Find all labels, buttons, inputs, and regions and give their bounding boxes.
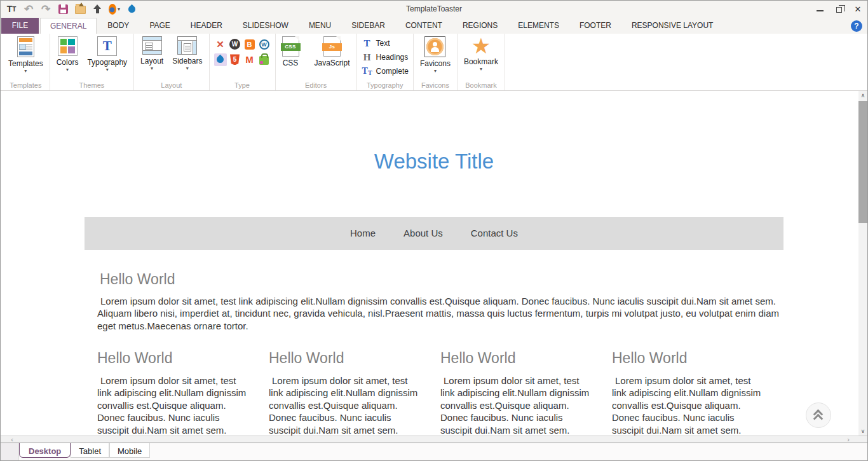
browser-preview-button[interactable]: ▾ [109,3,120,15]
bookmark-button[interactable]: ★ Bookmark ▾ [462,36,500,72]
column-heading[interactable]: Hello World [97,350,252,367]
favicons-icon [424,36,445,57]
tab-general[interactable]: GENERAL [40,18,97,34]
platform-magento[interactable]: M [243,53,256,66]
drupal-icon [215,55,226,65]
platform-html5[interactable]: 5 [229,53,241,66]
bookmark-star-icon: ★ [471,36,491,55]
templates-icon [17,36,34,57]
tab-responsive-layout[interactable]: RESPONSIVE LAYOUT [622,18,722,34]
app-logo-icon: TT [6,3,17,15]
column-heading[interactable]: Hello World [440,350,595,367]
typography-theme-button[interactable]: T Typography ▾ [85,36,129,73]
tab-menu[interactable]: MENU [299,18,341,34]
save-button[interactable] [57,3,69,15]
site-menubar: Home About Us Contact Us [85,217,783,250]
tab-footer[interactable]: FOOTER [570,18,621,34]
favicons-button[interactable]: Favicons ▾ [418,36,452,74]
typography-options: T Text H Headings TT Complete [362,38,409,76]
javascript-editor-button[interactable]: Js JavaScript [313,36,352,68]
tab-header[interactable]: HEADER [181,18,232,34]
platform-blogger[interactable]: B [243,38,256,51]
typography-complete-button[interactable]: TT Complete [362,66,409,76]
export-button[interactable] [92,3,103,15]
device-tab-mobile[interactable]: Mobile [109,443,150,458]
typography-text-button[interactable]: T Text [362,38,409,49]
scroll-down-arrow-icon[interactable]: ∨ [858,426,867,436]
close-button[interactable]: ✕ [848,1,867,18]
help-button[interactable]: ? [851,20,862,32]
platform-wordpress[interactable]: W [229,38,241,51]
ribbon-group-type: ✕ W B W 5 M Type [210,34,276,90]
upload-arrow-icon [93,4,101,13]
tab-body[interactable]: BODY [98,18,139,34]
platform-drupal-selected[interactable] [214,53,227,66]
column-heading[interactable]: Hello World [612,350,766,367]
ribbon-group-favicons: Favicons ▾ Favicons [414,34,458,90]
menu-item-contact-us[interactable]: Contact Us [471,228,518,238]
vertical-scrollbar-thumb[interactable] [858,101,867,223]
device-tab-tablet[interactable]: Tablet [71,443,109,458]
drupal-quick-button[interactable] [126,3,137,15]
content-heading[interactable]: Hello World [85,271,783,288]
platform-prestashop[interactable] [258,53,271,66]
undo-button[interactable]: ↶ [23,3,34,15]
restore-button[interactable] [829,1,848,18]
column-paragraph[interactable]: Lorem ipsum dolor sit amet, test link ad… [440,375,595,436]
menu-item-about-us[interactable]: About Us [403,228,443,238]
dropdown-caret-icon[interactable]: ▾ [118,6,120,12]
platform-joomla[interactable]: ✕ [214,38,227,51]
scroll-to-top-button[interactable] [806,403,831,428]
tab-elements[interactable]: ELEMENTS [508,18,569,34]
minimize-icon [817,10,824,11]
group-label-templates: Templates [10,80,41,90]
device-tab-desktop[interactable]: Desktop [19,443,71,458]
open-button[interactable] [74,3,86,15]
column-paragraph[interactable]: Lorem ipsum dolor sit amet, test link ad… [269,375,423,436]
quick-access-toolbar: TT ↶ ↷ ▾ [1,3,137,15]
scroll-right-arrow-icon[interactable]: › [843,436,853,443]
content-paragraph[interactable]: Lorem ipsum dolor sit amet, test link ad… [85,295,783,332]
text-icon: T [362,38,373,49]
tab-regions[interactable]: REGIONS [453,18,507,34]
window-controls: ✕ [810,1,867,18]
css-editor-button[interactable]: CSS CSS [280,36,301,68]
tab-bar-corner [1,443,19,460]
scroll-up-arrow-icon[interactable]: ∧ [858,91,867,100]
tab-slideshow[interactable]: SLIDESHOW [233,18,298,34]
group-label-type: Type [234,80,250,90]
ribbon-group-bookmark: ★ Bookmark ▾ Bookmark [458,34,505,90]
templates-button[interactable]: Templates ▾ [6,36,45,74]
prestashop-icon [259,56,269,65]
minimize-button[interactable] [810,1,829,18]
drupal-icon [126,4,137,15]
typography-headings-button[interactable]: H Headings [362,52,409,63]
redo-button[interactable]: ↷ [40,3,51,15]
dropdown-caret-icon: ▾ [186,66,189,71]
column-heading[interactable]: Hello World [269,350,423,367]
tab-sidebar[interactable]: SIDEBAR [342,18,395,34]
horizontal-scrollbar[interactable]: ‹ › [1,436,867,443]
title-bar: TT ↶ ↷ ▾ TemplateToaster ✕ [1,1,867,18]
tab-file[interactable]: FILE [1,18,39,34]
column-paragraph[interactable]: Lorem ipsum dolor sit amet, test link ad… [97,375,252,436]
dropdown-caret-icon: ▾ [106,67,109,72]
column-paragraph[interactable]: Lorem ipsum dolor sit amet, test link ad… [612,375,766,436]
site-title-text[interactable]: Website Title [85,149,783,174]
tab-page[interactable]: PAGE [140,18,179,34]
content-columns: Hello World Lorem ipsum dolor sit amet, … [85,350,783,436]
sidebars-icon [177,36,197,55]
layout-button[interactable]: Layout ▾ [139,36,165,72]
ribbon-group-layout: Layout ▾ Sidebars ▾ Layout [134,34,209,90]
scroll-left-arrow-icon[interactable]: ‹ [7,436,17,443]
platform-wordpress-alt[interactable]: W [258,38,271,51]
vertical-scrollbar[interactable]: ∧ ∨ [858,91,867,436]
tab-content[interactable]: CONTENT [396,18,452,34]
group-label-layout: Layout [161,80,182,90]
complete-icon: TT [362,66,373,76]
save-icon [58,4,68,14]
menu-item-home[interactable]: Home [350,228,376,238]
colors-button[interactable]: Colors ▾ [55,36,81,73]
design-canvas: Website Title Home About Us Contact Us H… [1,91,867,436]
sidebars-button[interactable]: Sidebars ▾ [170,36,204,72]
